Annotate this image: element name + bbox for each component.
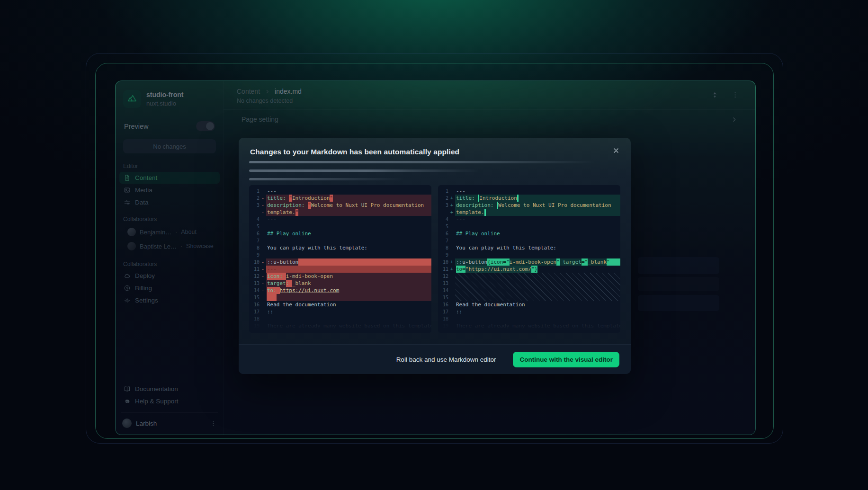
chevron-right-icon — [731, 116, 737, 123]
diff-row: 7 — [249, 237, 431, 244]
preview-toggle[interactable] — [196, 121, 215, 131]
sidebar-spacer — [116, 307, 224, 383]
book-icon — [124, 385, 131, 392]
breadcrumb-file: index.md — [275, 88, 302, 95]
diff-row: 19There are already many website based o… — [249, 322, 431, 330]
sidebar-item-billing[interactable]: Billing — [119, 282, 220, 294]
chevron-right-icon — [265, 89, 270, 94]
diff-row: 8You can play with this template: — [249, 244, 431, 251]
sidebar-item-help-support[interactable]: Help & Support — [119, 395, 220, 407]
skeleton-bar — [249, 169, 479, 172]
diff-view: 1---2-title: "Introduction"3-description… — [249, 185, 620, 333]
user-avatar — [122, 419, 132, 428]
diff-row: 4--- — [438, 216, 620, 223]
close-icon[interactable] — [612, 147, 621, 155]
diff-row: 13-target: _blank — [249, 280, 431, 287]
diff-row: 10-::u-button — [249, 258, 431, 266]
diff-row: 3-description: "Welcome to Nuxt UI Pro d… — [249, 202, 431, 209]
separator-dot: · — [180, 243, 182, 249]
collaborator-avatar — [127, 242, 136, 250]
diff-row: 10+::u-button{icon="i-mdi-book-open" tar… — [438, 258, 620, 266]
sidebar-item-documentation[interactable]: Documentation — [119, 383, 220, 395]
project-domain: nuxt.studio — [146, 100, 184, 107]
gear-icon — [124, 297, 131, 304]
dollar-icon — [124, 285, 131, 292]
sidebar-item-settings[interactable]: Settings — [119, 294, 220, 306]
diff-panel-added[interactable]: 1---2+title: Introduction3+description: … — [438, 185, 620, 333]
diff-row: 18 — [249, 315, 431, 322]
sidebar-item-media[interactable]: Media — [119, 184, 220, 196]
diff-row: 2-title: "Introduction" — [249, 195, 431, 202]
collaborator-page: Showcase — [186, 243, 214, 249]
collaborator-row-baptiste-le[interactable]: Baptiste Le…·Showcase — [116, 239, 224, 253]
sidebar: studio-front nuxt.studio Preview No chan… — [116, 81, 224, 435]
separator-dot: · — [175, 229, 177, 235]
user-menu[interactable]: Larbish — [116, 413, 224, 435]
rollback-button[interactable]: Roll back and use Markdown editor — [396, 356, 496, 363]
diff-row: -template." — [249, 209, 431, 216]
sidebar-item-label: Media — [135, 187, 152, 194]
diff-row: 16Read the documentation — [249, 301, 431, 308]
cloud-icon — [124, 272, 131, 279]
sidebar-item-label: Settings — [135, 297, 158, 304]
diff-panel-removed[interactable]: 1---2-title: "Introduction"3-description… — [249, 185, 431, 333]
collaborator-row-benjamin[interactable]: Benjamin…·About — [116, 225, 224, 239]
user-name: Larbish — [136, 420, 157, 427]
page-setting-row[interactable]: Page setting — [224, 110, 755, 129]
collaborator-avatar — [127, 228, 136, 236]
diff-row: 4--- — [249, 216, 431, 223]
skeleton-bar — [249, 161, 598, 163]
collaborator-page: About — [181, 229, 197, 235]
diff-row: 17:: — [438, 308, 620, 315]
sidebar-item-label: Deploy — [135, 272, 155, 279]
modal-footer: Roll back and use Markdown editor Contin… — [239, 344, 631, 374]
nuxt-studio-logo-icon — [123, 90, 141, 108]
background-skeleton-row — [638, 257, 719, 274]
no-changes-button[interactable]: No changes — [123, 139, 216, 153]
diff-row: 8You can play with this template: — [438, 244, 620, 251]
doc-icon — [124, 174, 131, 181]
diff-row: 19There are already many website based o… — [438, 322, 620, 330]
section-label-editor: Editor — [116, 163, 224, 169]
discord-icon — [124, 398, 131, 405]
diff-row: 9 — [438, 251, 620, 258]
diff-row: 11---- — [249, 266, 431, 273]
sidebar-item-label: Data — [135, 199, 149, 206]
diff-row: 3+description: Welcome to Nuxt UI Pro do… — [438, 202, 620, 209]
diff-row: 17:: — [249, 308, 431, 315]
diff-row: 7 — [438, 237, 620, 244]
diff-row: 9 — [249, 251, 431, 258]
changes-status: No changes detected — [237, 98, 742, 104]
sidebar-item-label: Content — [135, 174, 157, 181]
breadcrumb-section[interactable]: Content — [237, 88, 260, 95]
diff-row: 5 — [438, 223, 620, 230]
diff-row: 5 — [249, 223, 431, 230]
continue-visual-editor-button[interactable]: Continue with the visual editor — [513, 352, 619, 367]
page-setting-label: Page setting — [242, 116, 278, 123]
diff-row: 16Read the documentation — [438, 301, 620, 308]
background-skeleton-row — [638, 295, 719, 311]
merge-changes-icon[interactable] — [711, 91, 719, 99]
sidebar-item-deploy[interactable]: Deploy — [119, 270, 220, 282]
project-header[interactable]: studio-front nuxt.studio — [116, 81, 224, 110]
diff-row: 18 — [438, 315, 620, 322]
user-options-icon[interactable] — [210, 420, 217, 427]
preview-label: Preview — [124, 123, 149, 130]
diff-gap-hatch — [455, 273, 620, 301]
sidebar-item-label: Help & Support — [135, 398, 179, 405]
diff-row: 15---- — [249, 294, 431, 301]
sidebar-sections: EditorContentMediaDataCollaboratorsBenja… — [116, 155, 224, 307]
skeleton-lines — [239, 156, 631, 180]
diff-row: 12-icon: i-mdi-book-open — [249, 273, 431, 280]
skeleton-bar — [249, 178, 405, 180]
collaborator-name: Baptiste Le… — [140, 243, 177, 250]
modal-title: Changes to your Markdown has been automa… — [239, 138, 631, 156]
diff-row: 2+title: Introduction — [438, 195, 620, 202]
diff-row: 6## Play online — [249, 230, 431, 237]
diff-row: 14-to: https://ui.nuxt.com — [249, 287, 431, 294]
sidebar-item-content[interactable]: Content — [119, 172, 220, 184]
sidebar-item-label: Billing — [135, 285, 152, 292]
sidebar-item-data[interactable]: Data — [119, 196, 220, 208]
background-skeleton-row — [638, 277, 719, 291]
more-options-icon[interactable] — [731, 91, 739, 99]
